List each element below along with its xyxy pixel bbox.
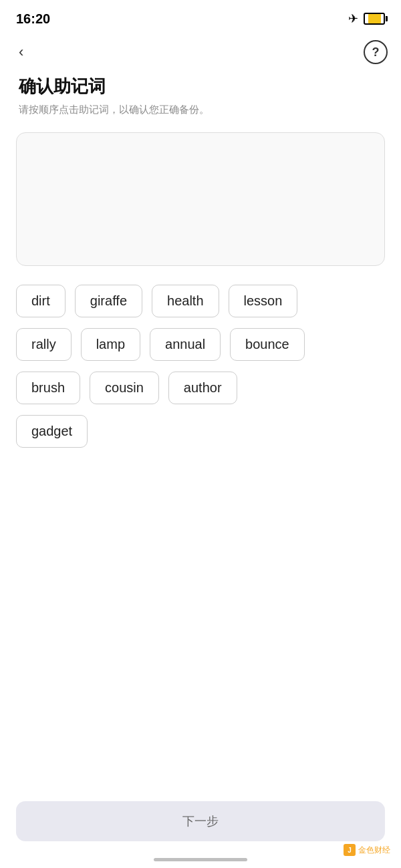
word-row-3: brushcousinauthor <box>16 372 385 404</box>
word-chip-cousin[interactable]: cousin <box>90 372 159 404</box>
word-chip-dirt[interactable]: dirt <box>16 285 65 317</box>
word-chip-author[interactable]: author <box>168 372 237 404</box>
word-chip-annual[interactable]: annual <box>150 328 221 361</box>
battery-icon <box>364 13 385 25</box>
word-row-4: gadget <box>16 415 385 448</box>
bottom-area: 下一步 <box>0 801 401 841</box>
word-chip-giraffe[interactable]: giraffe <box>75 285 142 317</box>
home-indicator <box>154 858 247 861</box>
word-chip-bounce[interactable]: bounce <box>230 328 305 361</box>
word-chip-lamp[interactable]: lamp <box>81 328 140 361</box>
word-row-1: dirtgiraffehealthlesson <box>16 285 385 317</box>
help-button[interactable]: ? <box>364 40 388 64</box>
page-title: 确认助记词 <box>19 75 382 98</box>
word-row-2: rallylampannualbounce <box>16 328 385 361</box>
watermark-logo: J <box>344 844 356 856</box>
page-header: 确认助记词 请按顺序点击助记词，以确认您正确备份。 <box>0 69 401 127</box>
airplane-icon: ✈ <box>348 11 358 26</box>
word-chip-gadget[interactable]: gadget <box>16 415 88 448</box>
word-chip-lesson[interactable]: lesson <box>229 285 298 317</box>
watermark-text: 金色财经 <box>358 845 390 856</box>
word-chip-brush[interactable]: brush <box>16 372 80 404</box>
status-icons: ✈ <box>348 11 385 26</box>
word-chip-rally[interactable]: rally <box>16 328 72 361</box>
status-time: 16:20 <box>16 11 50 27</box>
page-subtitle: 请按顺序点击助记词，以确认您正确备份。 <box>19 102 382 116</box>
battery-fill <box>368 14 380 23</box>
word-chip-health[interactable]: health <box>152 285 219 317</box>
back-button[interactable]: ‹ <box>13 41 29 63</box>
answer-area <box>16 132 385 266</box>
watermark: J 金色财经 <box>344 844 390 856</box>
status-bar: 16:20 ✈ <box>0 0 401 35</box>
nav-bar: ‹ ? <box>0 35 401 69</box>
word-grid: dirtgiraffehealthlesson rallylampannualb… <box>0 279 401 453</box>
next-button[interactable]: 下一步 <box>16 801 385 841</box>
